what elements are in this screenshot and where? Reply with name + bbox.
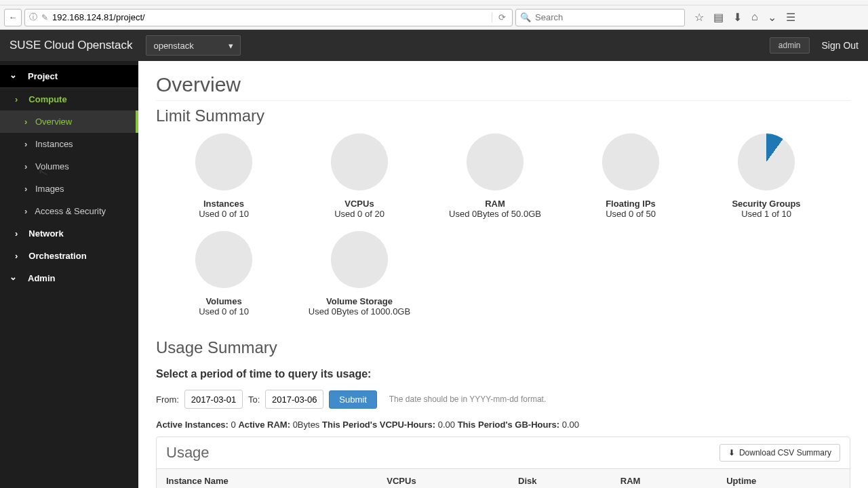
- limit-card: VolumesUsed 0 of 10: [156, 231, 292, 317]
- limit-used: Used 0Bytes of 50.0GB: [427, 209, 563, 219]
- search-icon: 🔍: [520, 12, 531, 22]
- info-icon: ⓘ: [29, 12, 37, 23]
- limit-card: Floating IPsUsed 0 of 50: [563, 134, 698, 219]
- sidebar-section-admin[interactable]: Admin: [0, 267, 138, 289]
- limit-used: Used 0 of 20: [292, 209, 427, 219]
- usage-summary-heading: Usage Summary: [156, 338, 850, 357]
- sidebar: Project Compute Overview Instances Volum…: [0, 61, 138, 488]
- limit-pie: [331, 134, 388, 190]
- limit-label: Instances: [156, 199, 292, 209]
- limit-card: InstancesUsed 0 of 10: [156, 134, 292, 219]
- browser-tabstrip: [0, 0, 868, 5]
- sidebar-section-project[interactable]: Project: [0, 65, 138, 88]
- url-bar[interactable]: ⓘ ✎ ⟳: [24, 9, 513, 26]
- menu-icon[interactable]: ☰: [786, 11, 795, 24]
- back-button[interactable]: ←: [4, 9, 22, 26]
- page-title: Overview: [156, 73, 850, 96]
- home-icon[interactable]: ⌂: [751, 11, 758, 24]
- library-icon[interactable]: ▤: [713, 11, 724, 24]
- limit-used: Used 0 of 10: [156, 209, 292, 219]
- limit-used: Used 0 of 50: [563, 209, 698, 219]
- sidebar-section-orchestration[interactable]: Orchestration: [0, 245, 138, 267]
- table-header: RAM: [611, 469, 717, 489]
- chevron-down-icon: ▾: [229, 41, 233, 51]
- usage-panel-title: Usage: [166, 444, 210, 462]
- project-select[interactable]: openstack ▾: [146, 35, 241, 56]
- usage-panel: Usage ⬇ Download CSV Summary Instance Na…: [156, 436, 850, 488]
- limits-grid: InstancesUsed 0 of 10VCPUsUsed 0 of 20RA…: [156, 134, 850, 329]
- limit-pie: [195, 134, 252, 190]
- limit-pie: [602, 134, 659, 190]
- pocket-icon[interactable]: ⌄: [768, 11, 776, 24]
- downloads-icon[interactable]: ⬇: [733, 11, 742, 24]
- limit-label: RAM: [427, 199, 563, 209]
- limit-label: Security Groups: [698, 199, 834, 209]
- table-header: Uptime: [717, 469, 850, 489]
- sign-out-button[interactable]: Sign Out: [822, 40, 859, 51]
- user-badge[interactable]: admin: [770, 37, 810, 54]
- reload-icon[interactable]: ⟳: [492, 12, 508, 22]
- browser-toolbar: ← ⓘ ✎ ⟳ 🔍 ☆ ▤ ⬇ ⌂ ⌄ ☰: [0, 5, 868, 30]
- query-heading: Select a period of time to query its usa…: [156, 368, 850, 380]
- limit-card: VCPUsUsed 0 of 20: [292, 134, 427, 219]
- project-selected: openstack: [153, 41, 193, 51]
- from-date-input[interactable]: [184, 390, 243, 409]
- limit-pie: [738, 134, 795, 190]
- date-format-hint: The date should be in YYYY-mm-dd format.: [389, 394, 546, 404]
- sidebar-section-compute[interactable]: Compute: [0, 88, 138, 110]
- paintbrush-icon: ✎: [41, 13, 48, 22]
- download-csv-button[interactable]: ⬇ Download CSV Summary: [719, 444, 840, 462]
- from-label: From:: [156, 394, 179, 405]
- usage-table: Instance NameVCPUsDiskRAMUptime No items…: [157, 468, 850, 488]
- limit-used: Used 1 of 10: [698, 209, 834, 219]
- sidebar-item-volumes[interactable]: Volumes: [0, 155, 138, 178]
- sidebar-item-access-security[interactable]: Access & Security: [0, 200, 138, 222]
- limit-card: RAMUsed 0Bytes of 50.0GB: [427, 134, 563, 219]
- limit-label: Floating IPs: [563, 199, 698, 209]
- limit-label: VCPUs: [292, 199, 427, 209]
- brand-title: SUSE Cloud Openstack: [9, 39, 132, 52]
- table-header: Disk: [509, 469, 611, 489]
- browser-search[interactable]: 🔍: [515, 9, 685, 26]
- to-date-input[interactable]: [265, 390, 323, 409]
- limit-pie: [195, 231, 252, 288]
- limit-card: Security GroupsUsed 1 of 10: [698, 134, 834, 219]
- sidebar-item-images[interactable]: Images: [0, 178, 138, 200]
- limit-summary-heading: Limit Summary: [156, 106, 850, 125]
- to-label: To:: [248, 394, 260, 405]
- search-input[interactable]: [535, 12, 680, 22]
- table-header: VCPUs: [377, 469, 509, 489]
- limit-pie: [467, 134, 524, 190]
- download-icon: ⬇: [728, 448, 735, 458]
- limit-label: Volume Storage: [292, 296, 427, 306]
- bookmark-star-icon[interactable]: ☆: [694, 11, 704, 24]
- usage-stats-line: Active Instances: 0 Active RAM: 0Bytes T…: [156, 420, 850, 430]
- url-input[interactable]: [52, 12, 488, 22]
- main-content: Overview Limit Summary InstancesUsed 0 o…: [138, 61, 868, 488]
- limit-used: Used 0Bytes of 1000.0GB: [292, 306, 427, 317]
- app-header: SUSE Cloud Openstack openstack ▾ admin S…: [0, 30, 868, 61]
- submit-button[interactable]: Submit: [329, 390, 376, 409]
- limit-label: Volumes: [156, 296, 292, 306]
- table-header: Instance Name: [157, 469, 377, 489]
- sidebar-item-instances[interactable]: Instances: [0, 133, 138, 155]
- sidebar-section-network[interactable]: Network: [0, 222, 138, 245]
- limit-card: Volume StorageUsed 0Bytes of 1000.0GB: [292, 231, 427, 317]
- limit-pie: [331, 231, 388, 288]
- sidebar-item-overview[interactable]: Overview: [0, 110, 138, 133]
- limit-used: Used 0 of 10: [156, 306, 292, 317]
